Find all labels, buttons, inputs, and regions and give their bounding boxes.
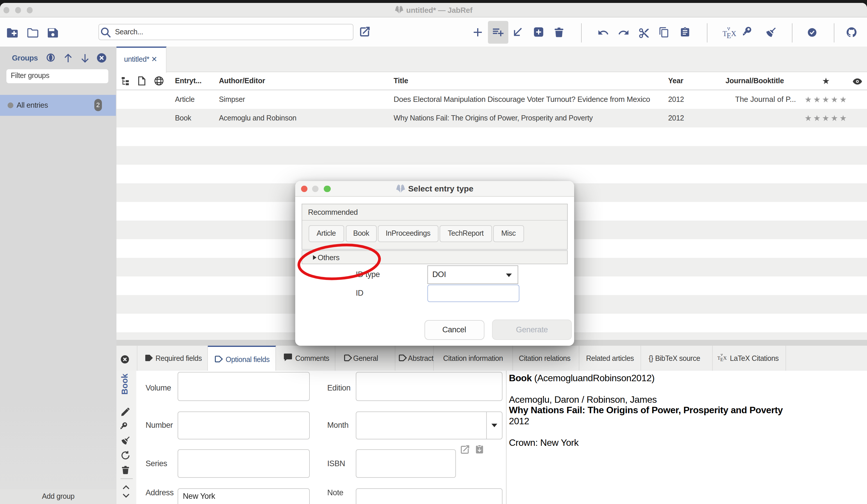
svg-text:T: T [722, 30, 727, 37]
svg-text:E: E [727, 32, 731, 40]
svg-text:X: X [731, 30, 736, 37]
svg-text:E: E [720, 357, 723, 362]
svg-text:X: X [723, 355, 726, 361]
